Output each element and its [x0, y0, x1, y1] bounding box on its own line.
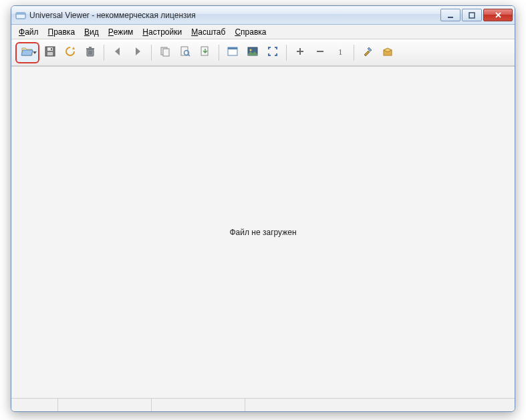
dropdown-arrow-icon	[33, 51, 37, 54]
status-cell	[245, 399, 515, 411]
menu-settings[interactable]: Настройки	[138, 25, 186, 39]
plugins-button[interactable]	[378, 43, 397, 62]
toolbar-separator	[104, 45, 104, 61]
toolbar-separator	[354, 45, 354, 61]
reload-icon	[64, 45, 76, 59]
one-icon: 1	[335, 46, 346, 59]
svg-rect-6	[47, 52, 53, 55]
fit-window-icon	[227, 45, 239, 59]
zoom-in-button[interactable]	[291, 43, 309, 62]
close-button[interactable]	[483, 9, 513, 21]
svg-line-18	[188, 55, 190, 57]
menu-mode[interactable]: Режим	[104, 25, 138, 39]
toolbar: 1	[11, 39, 515, 66]
search-icon	[179, 45, 191, 59]
open-file-button[interactable]	[15, 42, 39, 63]
toolbar-separator	[151, 45, 152, 61]
arrow-right-icon	[132, 45, 144, 59]
menu-view[interactable]: Вид	[80, 25, 104, 39]
zoom-out-button[interactable]	[311, 43, 330, 62]
menu-file[interactable]: Файл	[14, 25, 43, 39]
arrow-left-icon	[112, 45, 124, 59]
box-icon	[382, 45, 394, 59]
status-cell	[58, 399, 152, 411]
copy-icon	[159, 45, 171, 59]
status-bar	[11, 398, 515, 411]
svg-rect-21	[228, 47, 237, 49]
maximize-button[interactable]	[462, 9, 482, 21]
status-cell	[11, 399, 58, 411]
app-window: Universal Viewer - некоммерческая лиценз…	[11, 5, 515, 412]
menu-bar: Файл Правка Вид Режим Настройки Масштаб …	[11, 25, 515, 39]
next-button[interactable]	[128, 43, 147, 62]
svg-text:1: 1	[338, 47, 343, 57]
svg-rect-2	[448, 17, 453, 18]
goto-button[interactable]	[196, 43, 215, 62]
copy-button[interactable]	[156, 43, 174, 62]
minus-icon	[315, 46, 325, 59]
tools-icon	[362, 45, 374, 59]
toolbar-separator	[219, 45, 219, 61]
image-icon	[247, 45, 259, 59]
delete-button[interactable]	[81, 43, 100, 62]
page-arrow-icon	[199, 45, 211, 59]
menu-edit[interactable]: Правка	[43, 25, 80, 39]
window-controls	[440, 9, 513, 21]
svg-rect-3	[469, 13, 475, 18]
reload-button[interactable]	[61, 43, 80, 62]
svg-rect-9	[86, 48, 94, 49]
fit-window-button[interactable]	[223, 43, 242, 62]
minimize-button[interactable]	[440, 9, 461, 21]
window-title: Universal Viewer - некоммерческая лиценз…	[29, 11, 440, 20]
save-button[interactable]	[41, 43, 59, 62]
fullscreen-button[interactable]	[263, 43, 282, 62]
zoom-100-button[interactable]: 1	[331, 43, 350, 62]
empty-placeholder-text: Файл не загружен	[229, 228, 296, 237]
plus-icon	[295, 46, 305, 59]
svg-rect-1	[16, 13, 25, 15]
find-button[interactable]	[176, 43, 194, 62]
settings-button[interactable]	[358, 43, 377, 62]
trash-icon	[84, 45, 96, 59]
content-area: Файл не загружен	[11, 66, 515, 398]
svg-rect-15	[163, 49, 169, 56]
fullscreen-icon	[267, 45, 279, 59]
svg-rect-7	[51, 48, 52, 50]
title-bar: Universal Viewer - некоммерческая лиценз…	[11, 6, 515, 25]
floppy-disk-icon	[44, 45, 56, 59]
folder-open-icon	[21, 45, 34, 60]
prev-button[interactable]	[108, 43, 127, 62]
svg-point-23	[250, 49, 252, 51]
svg-rect-10	[89, 47, 92, 48]
fit-image-button[interactable]	[243, 43, 262, 62]
status-cell	[152, 399, 245, 411]
menu-zoom[interactable]: Масштаб	[186, 25, 230, 39]
menu-help[interactable]: Справка	[230, 25, 271, 39]
app-icon	[15, 10, 26, 21]
toolbar-separator	[286, 45, 287, 61]
